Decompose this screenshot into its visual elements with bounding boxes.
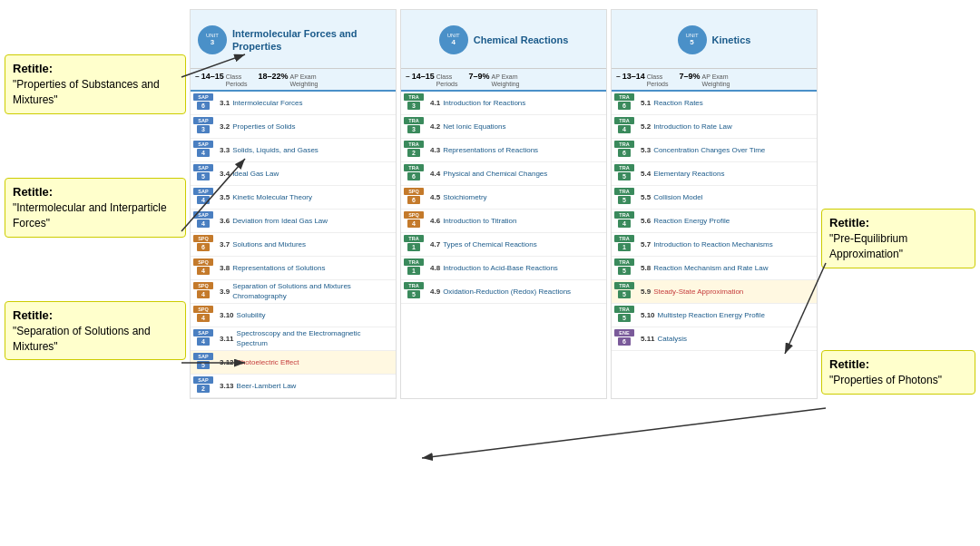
topic-text-3-3: 3.3 Solids, Liquids, and Gases <box>216 139 396 161</box>
unit4-exam-label: AP ExamWeighting <box>491 73 519 87</box>
callout-intermolecular-value: "Intermolecular and Interparticle Forces… <box>13 201 167 229</box>
topic-name-3-1: Intermolecular Forces <box>232 99 302 108</box>
num-badge-3-12: 5 <box>197 361 210 369</box>
callout-preequil-label: Retitle: <box>829 216 869 229</box>
topic-text-3-7: 3.7 Solutions and Mixtures <box>216 233 396 256</box>
num-badge-3-5: 4 <box>197 196 210 204</box>
unit4-class-range: 14–15 <box>412 72 435 81</box>
topic-text-3-6: 3.6 Deviation from Ideal Gas Law <box>216 210 396 232</box>
num-badge-3-1: 6 <box>197 102 210 110</box>
unit3-class-range: 14–15 <box>201 72 224 81</box>
topic-row-3-4: SAP 5 3.4 Ideal Gas Law <box>191 162 396 186</box>
topic-text-5-10: 5.10 Multistep Reaction Energy Profile <box>637 304 817 327</box>
num-badge-4-2: 3 <box>407 125 420 133</box>
unit5-class-label: ClassPeriods <box>647 73 669 87</box>
topic-num-3-4: 3.4 <box>220 170 230 178</box>
tra-badge-5-3: TRA <box>614 141 634 148</box>
topic-num-5-7: 5.7 <box>641 240 651 249</box>
topic-badge-col-3-9: SPQ 4 <box>191 280 216 303</box>
tra-badge-4-4: TRA <box>404 164 424 171</box>
topic-num-5-2: 5.2 <box>641 122 651 131</box>
topic-row-3-12: SAP 5 3.12 Photoelectric Effect <box>191 351 396 375</box>
topic-text-5-6: 5.6 Reaction Energy Profile <box>637 210 817 232</box>
topic-row-5-11: ENE 6 5.11 Catalysis <box>612 327 817 351</box>
topic-num-4-7: 4.7 <box>430 240 440 249</box>
unit3-topics: SAP 6 3.1 Intermolecular Forces SAP 3 3.… <box>191 92 396 398</box>
topic-name-4-2: Net Ionic Equations <box>443 122 505 132</box>
topic-badge-col-3-12: SAP 5 <box>191 351 216 374</box>
topic-name-5-4: Elementary Reactions <box>653 170 724 179</box>
tra-badge-4-7: TRA <box>404 235 424 242</box>
topic-text-4-2: 4.2 Net Ionic Equations <box>426 115 606 138</box>
unit3-stats: ~ 14–15 ClassPeriods 18–22% AP ExamWeigh… <box>191 69 396 92</box>
topic-name-4-6: Introduction to Titration <box>443 217 516 226</box>
topic-badge-col-3-10: SPQ 4 <box>191 304 216 327</box>
topic-text-3-10: 3.10 Solubility <box>216 304 396 327</box>
topic-num-3-1: 3.1 <box>220 99 230 107</box>
topic-text-3-5: 3.5 Kinetic Molecular Theory <box>216 186 396 209</box>
topic-badge-col-5-7: TRA 1 <box>612 233 637 256</box>
topic-row-3-10: SPQ 4 3.10 Solubility <box>191 304 396 327</box>
unit4-class-label: ClassPeriods <box>436 73 458 87</box>
topic-badge-col-5-8: TRA 5 <box>612 257 637 279</box>
topic-row-5-7: TRA 1 5.7 Introduction to Reaction Mecha… <box>612 233 817 257</box>
num-badge-5-6: 4 <box>618 219 631 228</box>
topic-badge-col-5-2: TRA 4 <box>612 115 637 138</box>
spq-badge-3-7: SPQ <box>193 235 213 242</box>
topic-text-5-5: 5.5 Collision Model <box>637 186 817 209</box>
callout-photons-label: Retitle: <box>829 357 869 371</box>
tra-badge-5-10: TRA <box>614 306 634 313</box>
spq-badge-4-6: SPQ <box>404 211 424 219</box>
tra-badge-5-6: TRA <box>614 211 634 219</box>
topic-badge-col-5-5: TRA 5 <box>612 186 637 209</box>
topic-badge-col-3-7: SPQ 6 <box>191 233 216 256</box>
sap-badge-3-5: SAP <box>193 188 213 195</box>
topic-num-4-3: 4.3 <box>430 146 440 154</box>
topic-num-5-5: 5.5 <box>641 193 651 201</box>
num-badge-4-1: 3 <box>407 102 420 110</box>
topic-text-5-11: 5.11 Catalysis <box>637 327 817 350</box>
num-badge-4-4: 6 <box>407 172 420 180</box>
topic-text-4-6: 4.6 Introduction to Titration <box>426 210 606 232</box>
unit4-header: UNIT 4 Chemical Reactions <box>401 10 606 69</box>
tra-badge-4-2: TRA <box>404 117 424 124</box>
topic-name-3-13: Beer-Lambert Law <box>237 382 297 391</box>
unit5-topics: TRA 6 5.1 Reaction Rates TRA 4 5.2 <box>612 92 817 398</box>
topic-text-5-7: 5.7 Introduction to Reaction Mechanisms <box>637 233 817 256</box>
topic-text-5-8: 5.8 Reaction Mechanism and Rate Law <box>637 257 817 279</box>
topic-num-4-1: 4.1 <box>430 99 440 107</box>
topic-row-3-9: SPQ 4 3.9 Separation of Solutions and Mi… <box>191 280 396 304</box>
tra-badge-5-8: TRA <box>614 258 634 266</box>
num-badge-3-6: 4 <box>197 219 210 228</box>
topic-row-3-6: SAP 4 3.6 Deviation from Ideal Gas Law <box>191 210 396 233</box>
topic-name-5-8: Reaction Mechanism and Rate Law <box>653 264 768 273</box>
topic-name-5-7: Introduction to Reaction Mechanisms <box>653 240 773 249</box>
topic-num-3-5: 3.5 <box>220 193 230 201</box>
topic-badge-col-4-1: TRA 3 <box>401 92 426 114</box>
unit3-title: Intermolecular Forces and Properties <box>232 27 388 54</box>
topic-name-4-7: Types of Chemical Reactions <box>443 240 537 249</box>
topic-text-5-3: 5.3 Concentration Changes Over Time <box>637 139 817 161</box>
num-badge-3-2: 3 <box>197 125 210 133</box>
unit5-badge-number: 5 <box>690 39 693 47</box>
tra-badge-5-4: TRA <box>614 164 634 171</box>
topic-name-3-3: Solids, Liquids, and Gases <box>232 146 318 155</box>
unit5-column: UNIT 5 Kinetics ~ 13–14 ClassPeriods 7–9… <box>611 9 818 399</box>
callout-substances-label: Retitle: <box>13 62 53 75</box>
topic-row-5-9: TRA 5 5.9 Steady-State Approximation <box>612 280 817 304</box>
topic-row-4-8: TRA 1 4.8 Introduction to Acid-Base Reac… <box>401 257 606 280</box>
topic-num-5-1: 5.1 <box>641 99 651 107</box>
topic-text-3-12: 3.12 Photoelectric Effect <box>216 351 396 374</box>
topic-text-3-8: 3.8 Representations of Solutions <box>216 257 396 279</box>
unit5-exam-stat: 7–9% AP ExamWeighting <box>679 72 730 87</box>
topic-num-3-9: 3.9 <box>220 288 230 296</box>
num-badge-4-6: 4 <box>407 219 420 228</box>
right-callouts: Retitle: "Pre-Equilibrium Approximation"… <box>821 9 975 395</box>
unit5-class-stat: ~ 13–14 ClassPeriods <box>616 72 668 87</box>
ene-badge-5-11: ENE <box>614 329 634 336</box>
topic-name-4-3: Representations of Reactions <box>443 146 538 155</box>
topic-num-3-8: 3.8 <box>220 264 230 272</box>
unit3-class-stat: ~ 14–15 ClassPeriods <box>195 72 247 87</box>
num-badge-4-8: 1 <box>407 267 420 275</box>
unit4-column: UNIT 4 Chemical Reactions ~ 14–15 ClassP… <box>400 9 607 399</box>
